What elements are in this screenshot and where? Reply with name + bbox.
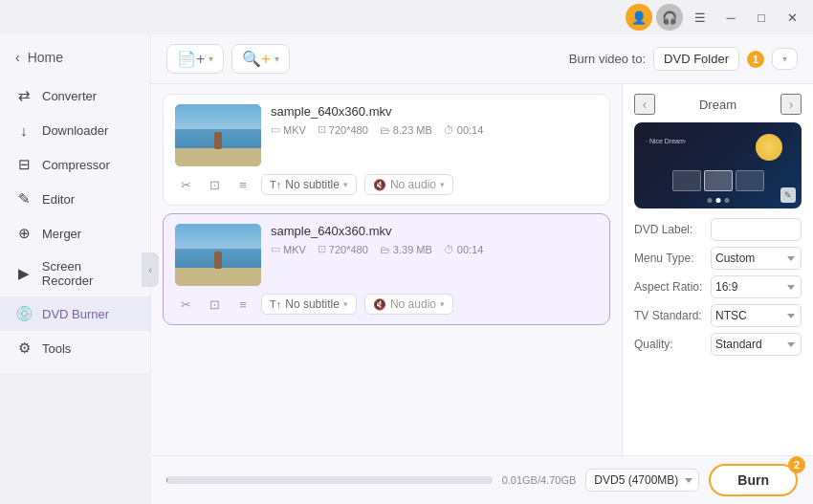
add-folder-button[interactable]: 🔍+ ▾ <box>231 44 289 74</box>
resolution-icon: ⊡ <box>318 123 326 136</box>
file-format: ▭ MKV <box>271 123 306 136</box>
sidebar-item-compressor[interactable]: ⊟ Compressor <box>0 147 150 182</box>
toolbar-badge-1: 1 <box>747 51 764 68</box>
app-body: ‹ Home ⇄ Converter ↓ Downloader ⊟ Compre… <box>0 34 813 504</box>
close-button[interactable]: ✕ <box>779 4 805 31</box>
subtitle-select[interactable]: T↑ No subtitle ▾ <box>261 174 357 195</box>
progress-bar <box>166 476 493 484</box>
sidebar-item-screen-recorder[interactable]: ▶ Screen Recorder <box>0 251 150 296</box>
converter-icon: ⇄ <box>15 87 33 104</box>
file-card-top: sample_640x360.mkv ▭ MKV ⊡ 720*480 <box>175 104 598 166</box>
sidebar-home-label: Home <box>28 50 63 65</box>
duration-icon: ⏱ <box>444 124 454 136</box>
menu-button[interactable]: ☰ <box>687 4 714 31</box>
tv-standard-label: TV Standard: <box>634 309 702 322</box>
theme-frame-1 <box>672 170 701 191</box>
burn-folder-button[interactable]: DVD Folder <box>653 47 739 71</box>
add-video-button[interactable]: 📄+ ▾ <box>166 44 224 74</box>
toolbar: 📄+ ▾ 🔍+ ▾ Burn video to: DVD Folder 1 ▾ <box>151 34 813 84</box>
support-icon: 🎧 <box>656 4 683 31</box>
audio-select[interactable]: 🔇 No audio ▾ <box>364 174 453 195</box>
file-list: sample_640x360.mkv ▭ MKV ⊡ 720*480 <box>151 84 622 455</box>
theme-frame-3 <box>736 170 764 191</box>
cut-icon-2[interactable]: ✂ <box>175 294 196 315</box>
theme-dot-1 <box>707 198 712 203</box>
sidebar-item-label: Downloader <box>42 123 108 138</box>
dvd-label-label: DVD Label: <box>634 223 692 236</box>
tv-standard-select[interactable]: NTSC PAL <box>711 304 802 327</box>
resolution-icon-2: ⊡ <box>318 243 326 255</box>
theme-dot-3 <box>724 198 729 203</box>
sidebar-item-label: Editor <box>42 192 75 207</box>
sidebar: ‹ Home ⇄ Converter ↓ Downloader ⊟ Compre… <box>0 34 151 373</box>
subtitle-select-2[interactable]: T↑ No subtitle ▾ <box>261 294 357 315</box>
file-thumbnail-2 <box>175 224 261 286</box>
sidebar-item-dvd-burner[interactable]: 💿 DVD Burner <box>0 296 150 331</box>
file-info: sample_640x360.mkv ▭ MKV ⊡ 720*480 <box>271 104 598 136</box>
sidebar-item-converter[interactable]: ⇄ Converter <box>0 78 150 113</box>
add-video-chevron: ▾ <box>209 54 213 64</box>
theme-text: · Nice Dream· <box>646 138 687 144</box>
burn-folder-dropdown[interactable]: ▾ <box>772 48 798 70</box>
sidebar-item-merger[interactable]: ⊕ Merger <box>0 216 150 251</box>
subtitle-chevron: ▾ <box>343 180 348 189</box>
crop-icon[interactable]: ⊡ <box>204 174 225 195</box>
right-panel: ‹ Dream › · Nice Dream· <box>622 84 813 455</box>
burn-folder-value: DVD Folder <box>664 52 729 66</box>
sidebar-item-downloader[interactable]: ↓ Downloader <box>0 113 150 147</box>
theme-nav: ‹ Dream › <box>634 94 802 115</box>
minimize-button[interactable]: ─ <box>717 4 744 31</box>
cut-icon[interactable]: ✂ <box>175 174 196 195</box>
aspect-ratio-select[interactable]: 16:9 4:3 <box>711 275 802 298</box>
audio-icon-2: 🔇 <box>373 298 386 311</box>
screen-recorder-icon: ▶ <box>15 265 33 282</box>
sidebar-item-label: Compressor <box>42 158 110 172</box>
file-size-2: 🗁 3.39 MB <box>380 244 432 255</box>
crop-icon-2[interactable]: ⊡ <box>204 294 225 315</box>
audio-select-2[interactable]: 🔇 No audio ▾ <box>364 294 453 315</box>
dvd-label-input[interactable] <box>711 218 802 241</box>
sidebar-home[interactable]: ‹ Home <box>0 42 150 73</box>
burn-label: Burn <box>737 472 769 488</box>
disc-select[interactable]: DVD5 (4700MB) DVD9 (8500MB) <box>585 469 699 492</box>
theme-next-button[interactable]: › <box>780 94 802 115</box>
theme-edit-button[interactable]: ✎ <box>780 187 796 203</box>
subtitle-value-2: No subtitle <box>285 297 340 311</box>
aspect-ratio-row: Aspect Ratio: 16:9 4:3 <box>634 275 802 298</box>
quality-select[interactable]: Standard High Low <box>711 333 802 356</box>
burn-button-wrap: Burn 2 <box>709 464 798 496</box>
content-area: 📄+ ▾ 🔍+ ▾ Burn video to: DVD Folder 1 ▾ <box>151 34 813 504</box>
sidebar-item-label: Converter <box>42 89 97 103</box>
thumb-image <box>175 104 261 166</box>
dvd-burner-icon: 💿 <box>15 305 33 322</box>
effects-icon-2[interactable]: ≡ <box>232 294 253 315</box>
sidebar-collapse-button[interactable]: ‹ <box>142 252 159 287</box>
merger-icon: ⊕ <box>15 225 33 242</box>
sidebar-item-label: DVD Burner <box>42 307 109 321</box>
theme-prev-button[interactable]: ‹ <box>634 94 655 115</box>
file-format-2: ▭ MKV <box>271 243 306 255</box>
file-duration: ⏱ 00:14 <box>444 124 484 136</box>
burn-to-label: Burn video to: <box>569 52 646 66</box>
sidebar-item-tools[interactable]: ⚙ Tools <box>0 331 150 365</box>
sidebar-item-editor[interactable]: ✎ Editor <box>0 182 150 216</box>
sidebar-item-label: Tools <box>42 341 71 356</box>
burn-badge-2: 2 <box>788 456 805 473</box>
file-name: sample_640x360.mkv <box>271 104 598 119</box>
file-size: 🗁 8.23 MB <box>380 124 432 136</box>
quality-row: Quality: Standard High Low <box>634 333 802 356</box>
audio-chevron-2: ▾ <box>440 299 445 309</box>
subtitle-icon: T↑ <box>270 179 281 190</box>
menu-type-label: Menu Type: <box>634 252 693 265</box>
burn-button[interactable]: Burn <box>709 464 798 496</box>
theme-frame-2 <box>704 170 733 191</box>
menu-type-select[interactable]: Custom None Basic <box>711 247 802 270</box>
theme-frames <box>672 170 764 191</box>
avatar-icon: 👤 <box>626 4 652 31</box>
theme-dot-2 <box>715 198 720 203</box>
aspect-ratio-label: Aspect Ratio: <box>634 280 702 294</box>
maximize-button[interactable]: □ <box>748 4 775 31</box>
audio-chevron: ▾ <box>440 180 445 189</box>
effects-icon[interactable]: ≡ <box>232 174 253 195</box>
file-meta-2: ▭ MKV ⊡ 720*480 🗁 3.39 MB <box>271 243 598 255</box>
